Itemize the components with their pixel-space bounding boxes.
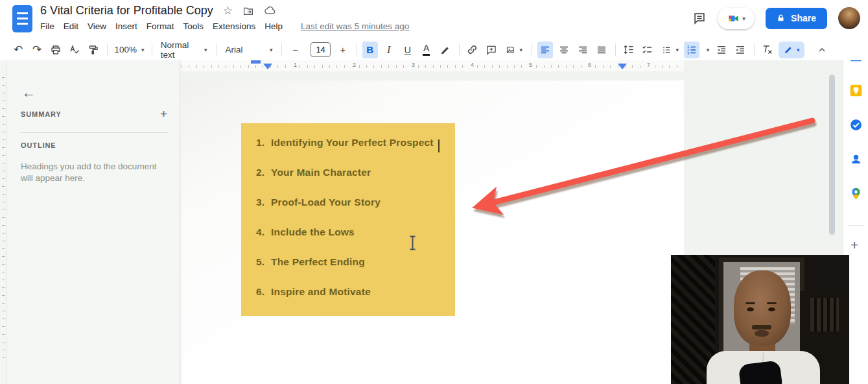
menu-file[interactable]: File — [40, 21, 54, 31]
toolbar-divider — [217, 43, 217, 56]
zoom-value: 100% — [114, 45, 137, 54]
list-number: 5. — [256, 256, 271, 269]
chevron-down-icon: ▾ — [707, 47, 710, 53]
toolbar-divider — [152, 43, 152, 56]
close-outline-button[interactable]: ← — [22, 85, 36, 101]
move-folder-icon[interactable] — [242, 5, 254, 17]
numbered-list-button[interactable]: 1 2 3 ▾ — [685, 42, 710, 58]
header-actions: ▾ Share — [692, 7, 860, 29]
insert-link-button[interactable] — [465, 42, 480, 58]
align-center-button[interactable] — [556, 42, 572, 58]
decrease-indent-button[interactable] — [714, 42, 729, 58]
add-comment-button[interactable] — [484, 42, 499, 58]
toolbar-divider — [281, 43, 282, 56]
list-item[interactable]: 4. Include the Lows — [256, 226, 455, 239]
last-edit-link[interactable]: Last edit was 5 minutes ago — [301, 21, 409, 31]
font-select[interactable]: Arial ▾ — [222, 42, 276, 58]
increase-indent-button[interactable] — [733, 42, 748, 58]
chevron-down-icon: ▾ — [270, 47, 273, 53]
toolbar-divider — [754, 43, 755, 56]
list-item[interactable]: 2. Your Main Character — [256, 167, 455, 179]
paint-format-button[interactable] — [86, 42, 101, 58]
list-item[interactable]: 6. Inspire and Motivate — [256, 286, 455, 298]
document-title[interactable]: 6 Vital Criteria for Profitable Copy — [40, 4, 213, 18]
undo-button[interactable]: ↶ — [10, 42, 26, 58]
mouse-ibeam-cursor — [408, 235, 417, 253]
ruler-mark: 7 — [645, 62, 652, 68]
list-number: 6. — [256, 286, 271, 298]
right-indent-marker[interactable] — [618, 64, 627, 69]
docs-logo-icon[interactable] — [12, 5, 32, 32]
share-label: Share — [791, 13, 816, 23]
tasks-icon[interactable] — [849, 118, 863, 132]
insert-image-button[interactable]: ▾ — [502, 42, 526, 58]
underline-button[interactable]: U — [400, 42, 416, 58]
left-indent-marker[interactable] — [263, 64, 272, 69]
outline-label: OUTLINE — [21, 141, 56, 149]
italic-button[interactable]: I — [381, 42, 397, 58]
bulleted-list-button[interactable]: ▾ — [659, 42, 682, 58]
line-spacing-button[interactable] — [621, 42, 637, 58]
editing-mode-button[interactable]: ▾ — [779, 42, 804, 58]
spellcheck-button[interactable] — [67, 42, 82, 58]
list-text: Include the Lows — [271, 226, 355, 239]
paragraph-style-select[interactable]: Normal text ▾ — [158, 42, 211, 58]
account-avatar[interactable] — [838, 7, 860, 29]
ruler-mark: 2 — [351, 62, 358, 68]
list-number: 2. — [256, 167, 271, 179]
chevron-down-icon: ▾ — [797, 47, 800, 53]
redo-button[interactable]: ↷ — [29, 42, 45, 58]
vertical-ruler — [0, 60, 7, 384]
list-item[interactable]: 3. Proof-Load Your Story — [256, 197, 455, 209]
list-text: Proof-Load Your Story — [271, 197, 381, 209]
toolbar-divider — [107, 43, 108, 56]
star-icon[interactable]: ☆ — [223, 5, 233, 16]
menu-help[interactable]: Help — [264, 21, 283, 31]
decrease-font-size-button[interactable]: − — [287, 42, 303, 58]
chevron-down-icon: ▾ — [141, 47, 145, 53]
menu-tools[interactable]: Tools — [183, 21, 204, 31]
meet-icon — [727, 12, 740, 25]
meet-button[interactable]: ▾ — [718, 8, 755, 29]
checklist-button[interactable] — [640, 42, 655, 58]
comment-history-icon[interactable] — [692, 11, 707, 25]
ruler-mark: 5 — [527, 62, 534, 68]
cloud-status-icon[interactable] — [264, 5, 276, 17]
bold-button[interactable]: B — [362, 42, 378, 58]
align-left-button[interactable] — [537, 42, 553, 58]
first-line-indent-marker[interactable] — [251, 60, 261, 64]
list-item[interactable]: 5. The Perfect Ending — [256, 256, 455, 269]
menu-edit[interactable]: Edit — [64, 21, 78, 31]
menu-insert[interactable]: Insert — [115, 21, 137, 31]
clear-formatting-button[interactable] — [760, 42, 775, 58]
webcam-face-detail — [752, 325, 771, 330]
menu-view[interactable]: View — [88, 21, 106, 31]
list-number: 4. — [256, 226, 271, 239]
align-justify-button[interactable] — [594, 42, 609, 58]
vertical-scrollbar[interactable] — [829, 75, 835, 235]
zoom-select[interactable]: 100% ▾ — [113, 42, 146, 58]
contacts-icon[interactable] — [849, 152, 863, 166]
chevron-down-icon: ▾ — [676, 47, 679, 53]
menu-format[interactable]: Format — [147, 21, 174, 31]
highlight-color-button[interactable] — [438, 42, 453, 58]
ruler-mark: 4 — [469, 62, 476, 68]
maps-icon[interactable] — [849, 187, 863, 200]
align-right-button[interactable] — [575, 42, 591, 58]
print-button[interactable] — [48, 42, 64, 58]
share-button[interactable]: Share — [766, 8, 827, 29]
collapse-toolbar-button[interactable] — [814, 42, 830, 58]
get-addons-button[interactable]: + — [850, 237, 858, 253]
menu-bar: File Edit View Insert Format Tools Exten… — [40, 21, 409, 31]
svg-text:3: 3 — [687, 51, 690, 55]
add-summary-button[interactable]: + — [160, 107, 167, 121]
ruler-mark: 3 — [410, 62, 417, 68]
keep-icon[interactable] — [849, 84, 863, 97]
list-text: Your Main Character — [271, 167, 371, 179]
list-item[interactable]: 1. Identifying Your Perfect Prospect — [256, 137, 455, 149]
menu-extensions[interactable]: Extensions — [213, 21, 255, 31]
toolbar-divider — [459, 43, 460, 56]
text-color-button[interactable]: A — [419, 42, 434, 58]
increase-font-size-button[interactable]: + — [335, 42, 351, 58]
font-size-input[interactable]: 14 — [311, 42, 331, 57]
